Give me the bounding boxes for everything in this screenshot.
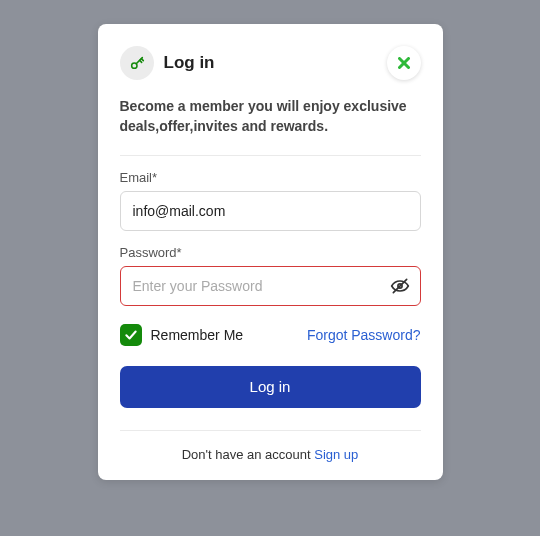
remember-checkbox[interactable] [120, 324, 142, 346]
key-icon [120, 46, 154, 80]
password-group: Password* [120, 245, 421, 306]
subtitle: Become a member you will enjoy exclusive… [120, 96, 421, 137]
password-label: Password* [120, 245, 421, 260]
check-icon [124, 328, 138, 342]
header-row: Log in [120, 46, 421, 80]
login-card: Log in Become a member you will enjoy ex… [98, 24, 443, 480]
password-input-wrap [120, 266, 421, 306]
divider [120, 155, 421, 156]
eye-off-icon [390, 276, 410, 296]
footer-prefix: Don't have an account [182, 447, 315, 462]
login-button[interactable]: Log in [120, 366, 421, 408]
email-input-wrap [120, 191, 421, 231]
email-label: Email* [120, 170, 421, 185]
close-icon [398, 57, 410, 69]
svg-line-3 [141, 59, 143, 61]
remember-label: Remember Me [151, 327, 244, 343]
forgot-password-link[interactable]: Forgot Password? [307, 327, 421, 343]
options-row: Remember Me Forgot Password? [120, 324, 421, 346]
email-field[interactable] [120, 191, 421, 231]
signup-link[interactable]: Sign up [314, 447, 358, 462]
toggle-password-button[interactable] [389, 275, 411, 297]
password-field[interactable] [120, 266, 421, 306]
page-title: Log in [164, 53, 215, 73]
header-left: Log in [120, 46, 215, 80]
svg-line-2 [139, 60, 141, 62]
footer: Don't have an account Sign up [120, 430, 421, 462]
email-group: Email* [120, 170, 421, 231]
remember-me[interactable]: Remember Me [120, 324, 244, 346]
close-button[interactable] [387, 46, 421, 80]
